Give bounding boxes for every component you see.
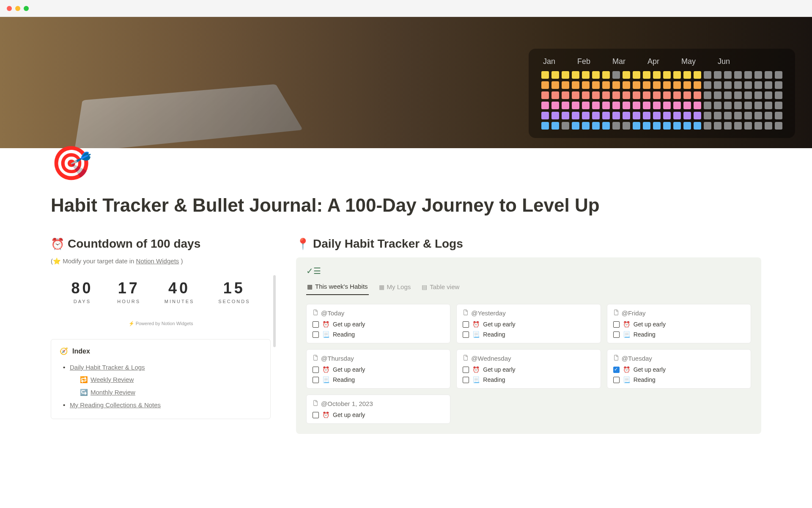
heatmap-cell [683, 102, 691, 109]
heatmap-cell [754, 102, 762, 109]
maximize-window-button[interactable] [24, 6, 29, 11]
page-title[interactable]: Habit Tracker & Bullet Journal: A 100-Da… [51, 195, 761, 216]
habit-emoji: ⏰ [472, 366, 480, 373]
database-tab[interactable]: ▦This week's Habits [306, 280, 369, 295]
habit-emoji: ⏰ [322, 411, 329, 418]
pin-icon: 📍 [296, 237, 310, 251]
habit-row: ⏰Get up early [313, 366, 444, 373]
heatmap-cell [643, 112, 650, 119]
habit-card[interactable]: @Thursday⏰Get up early📃Reading [306, 349, 450, 389]
card-header: @October 1, 2023 [313, 400, 444, 407]
tab-label: Table view [430, 283, 459, 290]
habit-checkbox[interactable] [313, 331, 319, 338]
habit-checkbox[interactable] [313, 321, 319, 328]
database-tab[interactable]: ▦My Logs [378, 280, 412, 295]
heatmap-cell [612, 112, 620, 119]
habit-checkbox[interactable] [613, 367, 620, 373]
habit-checkbox[interactable] [613, 321, 620, 328]
card-header: @Yesterday [463, 309, 594, 317]
habit-card[interactable]: @Today⏰Get up early📃Reading [306, 304, 450, 343]
habit-card[interactable]: @Yesterday⏰Get up early📃Reading [456, 304, 601, 343]
page-icon[interactable]: 🎯 [51, 144, 92, 182]
page-icon [613, 355, 619, 362]
heatmap-cell [724, 81, 732, 89]
heatmap-cell [673, 102, 681, 109]
index-item[interactable]: 🔁Weekly Review [60, 373, 262, 386]
heatmap-cell [612, 71, 620, 79]
habit-emoji: 📃 [322, 331, 329, 338]
index-item[interactable]: ↪️Monthly Review [60, 386, 262, 399]
habit-card[interactable]: @Friday⏰Get up early📃Reading [607, 304, 751, 343]
heatmap-cell [623, 81, 630, 89]
index-item[interactable]: Daily Habit Tracker & Logs [60, 361, 262, 373]
index-item-icon: 🔁 [80, 376, 88, 383]
habit-checkbox[interactable] [613, 331, 620, 338]
heatmap-cell [714, 91, 721, 99]
heatmap-cell [704, 81, 711, 89]
habit-label: Get up early [634, 321, 666, 328]
habit-emoji: 📃 [472, 376, 480, 383]
heatmap-cell [592, 102, 600, 109]
habit-card[interactable]: @October 1, 2023⏰Get up early [306, 395, 450, 424]
habit-label: Reading [333, 376, 355, 383]
habit-label: Get up early [333, 411, 365, 418]
countdown-hours-label: HOURS [117, 299, 140, 304]
page-icon [313, 400, 318, 407]
database-tab[interactable]: ▤Table view [421, 280, 460, 295]
heatmap-cell [562, 81, 569, 89]
habit-checkbox[interactable] [463, 377, 469, 383]
heatmap-cell [673, 112, 681, 119]
notion-widgets-link[interactable]: Notion Widgets [136, 257, 179, 265]
cover-image[interactable]: JanFebMarAprMayJun [0, 17, 812, 148]
habit-emoji: ⏰ [472, 321, 480, 328]
card-header: @Friday [613, 309, 745, 317]
habit-checkbox[interactable] [613, 377, 620, 383]
minimize-window-button[interactable] [15, 6, 20, 11]
heatmap-cell [734, 102, 742, 109]
habit-checkbox[interactable] [313, 377, 319, 383]
heatmap-cell [551, 71, 559, 79]
heatmap-cell [673, 81, 681, 89]
heatmap-cell [673, 91, 681, 99]
tracker-database: ✓☰ ▦This week's Habits▦My Logs▤Table vie… [296, 257, 761, 434]
heatmap-cell [744, 122, 752, 130]
heatmap-cell [582, 91, 590, 99]
card-header: @Tuesday [613, 355, 745, 362]
heatmap-cell [541, 81, 549, 89]
heatmap-cell [633, 91, 640, 99]
heatmap-cell [592, 71, 600, 79]
habit-label: Reading [634, 376, 656, 383]
heatmap-cell [673, 71, 681, 79]
heatmap-cell [612, 91, 620, 99]
heatmap-cell [754, 122, 762, 130]
heatmap-cell [744, 112, 752, 119]
heatmap-cell [775, 71, 782, 79]
habit-checkbox[interactable] [463, 321, 469, 328]
habit-label: Get up early [483, 321, 515, 328]
heatmap-cell [541, 112, 549, 119]
heatmap-cell [551, 102, 559, 109]
heatmap-cell [744, 91, 752, 99]
habit-checkbox[interactable] [463, 367, 469, 373]
habit-row: 📃Reading [313, 376, 444, 383]
habit-card[interactable]: @Wednesday⏰Get up early📃Reading [456, 349, 601, 389]
habit-card[interactable]: @Tuesday⏰Get up early📃Reading [607, 349, 751, 389]
index-item[interactable]: My Reading Collections & Notes [60, 399, 262, 411]
scrollbar[interactable] [273, 275, 276, 347]
heatmap-cell [754, 81, 762, 89]
heatmap-cell [714, 81, 721, 89]
heatmap-cell [694, 112, 701, 119]
habit-checkbox[interactable] [463, 331, 469, 338]
heatmap-cell [765, 91, 772, 99]
heatmap-cell [623, 91, 630, 99]
countdown-widget: 80 DAYS 17 HOURS 40 MINUTES 15 SECONDS [51, 275, 271, 312]
habit-checkbox[interactable] [313, 367, 319, 373]
habit-row: ⏰Get up early [463, 321, 594, 328]
habit-checkbox[interactable] [313, 412, 319, 418]
heatmap-cell [724, 71, 732, 79]
heatmap-cell [653, 81, 661, 89]
heatmap-cell [704, 112, 711, 119]
habit-label: Reading [634, 331, 656, 338]
countdown-section-title: ⏰ Countdown of 100 days [51, 237, 271, 251]
close-window-button[interactable] [7, 6, 12, 11]
